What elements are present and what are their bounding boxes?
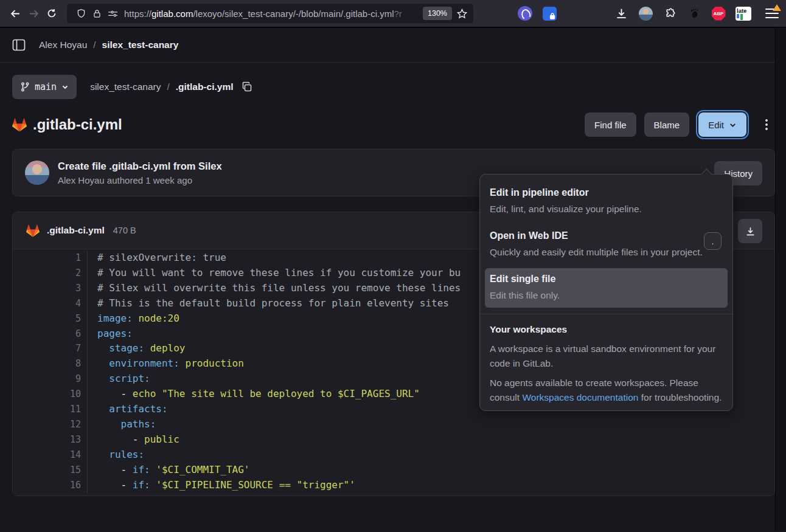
page-title: .gitlab-ci.yml — [33, 116, 122, 133]
line-number[interactable]: 6 — [13, 326, 88, 342]
adblock-plus-icon[interactable]: ABP — [711, 5, 726, 21]
line-number[interactable]: 7 — [13, 341, 88, 356]
sidebar-toggle-icon[interactable] — [12, 39, 26, 51]
translate-extension-icon[interactable]: late — [735, 5, 752, 21]
translate-label: late — [737, 7, 746, 14]
account-avatar[interactable] — [638, 5, 653, 21]
line-content: paths: — [88, 417, 156, 432]
line-content: pages: — [88, 326, 133, 342]
url-path: /lexoyo/silex_test-canary/-/blob/main/.g… — [193, 9, 394, 19]
blame-button[interactable]: Blame — [644, 112, 690, 137]
url-query: ?r — [394, 9, 402, 19]
code-line: 14 rules: — [13, 447, 774, 463]
line-content: artifacts: — [88, 402, 168, 417]
path-project-link[interactable]: silex_test-canary — [90, 81, 161, 92]
line-number[interactable]: 1 — [13, 250, 88, 266]
commit-message-link[interactable]: Create file .gitlab-ci.yml from Silex — [58, 161, 222, 172]
breadcrumb-user-link[interactable]: Alex Hoyau — [39, 40, 87, 50]
menu-item-desc: Edit this file only. — [490, 288, 723, 302]
line-number[interactable]: 5 — [13, 311, 88, 326]
extensions-puzzle-icon[interactable] — [662, 5, 678, 21]
proton-extension-icon[interactable] — [517, 5, 533, 21]
downloads-icon[interactable] — [613, 5, 629, 21]
workspaces-description: A workspace is a virtual sandbox environ… — [480, 342, 732, 370]
line-number[interactable]: 11 — [13, 402, 88, 417]
line-number[interactable]: 8 — [13, 356, 88, 371]
shield-icon[interactable] — [73, 8, 89, 19]
menu-item-edit-single-file[interactable]: Edit single file Edit this file only. — [485, 268, 728, 308]
chevron-down-icon — [729, 121, 737, 129]
menu-item-pipeline-editor[interactable]: Edit in pipeline editor Edit, lint, and … — [485, 182, 728, 221]
menu-item-title: Open in Web IDE — [490, 230, 723, 241]
commit-author-avatar[interactable] — [25, 161, 49, 185]
url-scheme: https:// — [124, 9, 151, 19]
title-actions: Find file Blame Edit — [585, 112, 775, 137]
line-number[interactable]: 14 — [13, 447, 88, 463]
line-number[interactable]: 16 — [13, 478, 88, 493]
bookmark-star-icon[interactable] — [457, 9, 467, 19]
line-content: # You will want to remove these lines if… — [88, 266, 461, 281]
code-line: 16 - if: '$CI_PIPELINE_SOURCE == "trigge… — [13, 478, 774, 493]
gitlab-page: Alex Hoyau / silex_test-canary main sile… — [0, 28, 786, 531]
agents-note-text: for troubleshooting. — [638, 392, 722, 402]
more-actions-kebab-icon[interactable] — [758, 116, 775, 133]
file-name: .gitlab-ci.yml — [47, 225, 105, 236]
copy-path-icon[interactable] — [242, 81, 252, 92]
line-number[interactable]: 13 — [13, 432, 88, 447]
back-icon[interactable] — [6, 4, 24, 22]
code-line: 12 paths: — [13, 417, 774, 432]
line-content: # Silex will overwrite this file unless … — [88, 281, 461, 296]
line-content: environment: production — [88, 356, 244, 371]
find-file-button[interactable]: Find file — [585, 112, 636, 137]
branch-selector-button[interactable]: main — [12, 75, 77, 99]
menu-item-desc: Edit, lint, and visualize your pipeline. — [490, 202, 723, 216]
line-number[interactable]: 12 — [13, 417, 88, 432]
line-number[interactable]: 15 — [13, 463, 88, 478]
path-file-name: .gitlab-ci.yml — [176, 81, 234, 92]
file-title-row: .gitlab-ci.yml Find file Blame Edit — [12, 112, 775, 137]
breadcrumb-project-link[interactable]: silex_test-canary — [102, 40, 179, 50]
chevron-down-icon — [61, 83, 69, 91]
file-size: 470 B — [113, 226, 136, 235]
line-number[interactable]: 10 — [13, 387, 88, 402]
commit-byline: Alex Hoyau authored 1 week ago — [58, 175, 222, 185]
path-separator: / — [167, 81, 169, 92]
line-number[interactable]: 2 — [13, 266, 88, 281]
url-bar[interactable]: https://gitlab.com/lexoyo/silex_test-can… — [67, 4, 473, 23]
file-path-breadcrumb: silex_test-canary / .gitlab-ci.yml — [90, 81, 233, 92]
line-content: image: node:20 — [88, 311, 179, 326]
reload-icon[interactable] — [43, 4, 61, 22]
line-content: # silexOverwrite: true — [88, 250, 226, 266]
ref-selector-row: main silex_test-canary / .gitlab-ci.yml — [12, 75, 775, 99]
edit-button[interactable]: Edit — [698, 112, 746, 137]
zoom-level-badge[interactable]: 130% — [423, 7, 452, 20]
line-content: script: — [88, 371, 150, 387]
menu-item-title: Edit in pipeline editor — [490, 187, 723, 198]
commit-text: Create file .gitlab-ci.yml from Silex Al… — [58, 161, 222, 185]
line-number[interactable]: 4 — [13, 296, 88, 311]
gnome-foot-icon[interactable] — [686, 5, 702, 21]
line-content: - echo "The site will be deployed to $CI… — [88, 387, 420, 402]
web-ide-shortcut-kbd: . — [704, 232, 722, 250]
gitlab-file-type-icon — [26, 224, 40, 237]
forward-icon[interactable] — [24, 4, 43, 22]
permissions-icon[interactable] — [105, 8, 120, 19]
page-scrollbar[interactable] — [775, 28, 786, 531]
download-file-button[interactable] — [738, 219, 762, 243]
menu-divider — [480, 314, 732, 314]
privacy-extension-icon[interactable] — [541, 5, 557, 21]
lock-icon[interactable] — [89, 8, 105, 19]
breadcrumb-bar: Alex Hoyau / silex_test-canary — [0, 28, 786, 63]
line-number[interactable]: 9 — [13, 371, 88, 387]
edit-button-label: Edit — [708, 120, 724, 130]
code-line: 15 - if: '$CI_COMMIT_TAG' — [13, 463, 774, 478]
url-text: https://gitlab.com/lexoyo/silex_test-can… — [124, 9, 418, 19]
workspaces-documentation-link[interactable]: Workspaces documentation — [522, 392, 638, 402]
branch-name: main — [35, 81, 57, 92]
line-number[interactable]: 3 — [13, 281, 88, 296]
menu-item-web-ide[interactable]: Open in Web IDE Quickly and easily edit … — [485, 225, 728, 264]
menu-hamburger-icon[interactable] — [764, 5, 780, 21]
url-host: gitlab.com — [151, 9, 193, 19]
line-content: - public — [88, 432, 179, 447]
menu-item-desc: Quickly and easily edit multiple files i… — [490, 245, 723, 259]
